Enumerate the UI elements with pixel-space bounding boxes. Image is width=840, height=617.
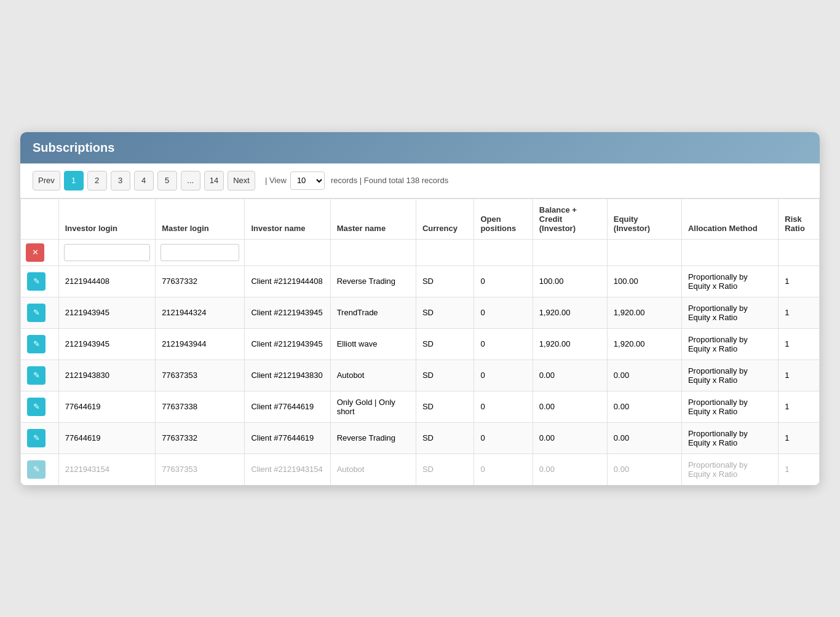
open-positions-2: 0 [474,328,533,360]
master-login-0: 77637332 [156,265,245,297]
equity-2: 1,920.00 [607,328,681,360]
col-master-name: Master name [330,198,416,239]
master-name-1: TrendTrade [330,297,416,328]
filter-master-login[interactable] [160,244,239,261]
table-row: ✎ 2121943945 2121943944 Client #21219439… [21,328,820,360]
investor-name-6: Client #2121943154 [245,454,330,485]
currency-0: SD [416,265,474,297]
investor-login-1: 2121943945 [58,297,155,328]
currency-1: SD [416,297,474,328]
open-positions-4: 0 [474,391,533,422]
clear-filter-button[interactable]: ✕ [26,243,44,262]
allocation-method-4: Proportionally by Equity x Ratio [681,391,778,422]
col-equity: Equity (Investor) [607,198,681,239]
master-login-2: 2121943944 [156,328,245,360]
view-select[interactable]: 10 25 50 100 [290,171,325,190]
master-name-6: Autobot [330,454,416,485]
balance-credit-1: 1,920.00 [533,297,607,328]
investor-login-2: 2121943945 [58,328,155,360]
table-row: ✎ 2121943945 2121944324 Client #21219439… [21,297,820,328]
edit-button-3[interactable]: ✎ [27,366,46,385]
col-investor-login: Investor login [58,198,155,239]
page-2-button[interactable]: 2 [87,171,107,191]
master-name-0: Reverse Trading [330,265,416,297]
allocation-method-1: Proportionally by Equity x Ratio [681,297,778,328]
table-row: ✎ 2121944408 77637332 Client #2121944408… [21,265,820,297]
equity-1: 1,920.00 [607,297,681,328]
page-3-button[interactable]: 3 [111,171,130,191]
master-name-5: Reverse Trading [330,422,416,454]
investor-name-2: Client #2121943945 [245,328,330,360]
allocation-method-6: Proportionally by Equity x Ratio [681,454,778,485]
investor-name-5: Client #77644619 [245,422,330,454]
col-open-positions: Open positions [474,198,533,239]
table-row: ✎ 2121943830 77637353 Client #2121943830… [21,360,820,391]
open-positions-5: 0 [474,422,533,454]
page-title: Subscriptions [33,141,114,154]
table-container: Investor login Master login Investor nam… [20,198,820,485]
col-risk-ratio: Risk Ratio [779,198,820,239]
balance-credit-6: 0.00 [533,454,607,485]
master-login-1: 2121944324 [156,297,245,328]
edit-button-4[interactable]: ✎ [27,398,46,416]
table-row: ✎ 77644619 77637338 Client #77644619 Onl… [21,391,820,422]
balance-credit-2: 1,920.00 [533,328,607,360]
investor-login-5: 77644619 [58,422,155,454]
equity-4: 0.00 [607,391,681,422]
risk-ratio-5: 1 [779,422,820,454]
filter-investor-login[interactable] [64,244,150,261]
next-button[interactable]: Next [228,171,255,191]
table-row: ✎ 77644619 77637332 Client #77644619 Rev… [21,422,820,454]
risk-ratio-1: 1 [779,297,820,328]
master-name-2: Elliott wave [330,328,416,360]
allocation-method-3: Proportionally by Equity x Ratio [681,360,778,391]
balance-credit-4: 0.00 [533,391,607,422]
balance-credit-5: 0.00 [533,422,607,454]
subscriptions-table: Investor login Master login Investor nam… [20,198,820,485]
col-action [21,198,59,239]
currency-2: SD [416,328,474,360]
col-investor-name: Investor name [245,198,330,239]
col-balance-credit: Balance + Credit (Investor) [533,198,607,239]
allocation-method-2: Proportionally by Equity x Ratio [681,328,778,360]
currency-5: SD [416,422,474,454]
allocation-method-5: Proportionally by Equity x Ratio [681,422,778,454]
currency-6: SD [416,454,474,485]
page-4-button[interactable]: 4 [134,171,154,191]
investor-login-6: 2121943154 [58,454,155,485]
prev-button[interactable]: Prev [33,171,60,191]
risk-ratio-2: 1 [779,328,820,360]
col-currency: Currency [416,198,474,239]
risk-ratio-6: 1 [779,454,820,485]
page-5-button[interactable]: 5 [157,171,177,191]
main-window: Subscriptions Prev 1 2 3 4 5 ... 14 Next… [20,132,820,485]
investor-name-3: Client #2121943830 [245,360,330,391]
page-1-button[interactable]: 1 [64,171,84,191]
col-allocation-method: Allocation Method [681,198,778,239]
open-positions-1: 0 [474,297,533,328]
edit-button-0[interactable]: ✎ [27,272,46,291]
page-ellipsis-button[interactable]: ... [181,171,200,191]
investor-login-0: 2121944408 [58,265,155,297]
title-bar: Subscriptions [20,132,820,163]
open-positions-3: 0 [474,360,533,391]
table-row: ✎ 2121943154 77637353 Client #2121943154… [21,454,820,485]
master-login-3: 77637353 [156,360,245,391]
master-login-4: 77637338 [156,391,245,422]
investor-name-1: Client #2121943945 [245,297,330,328]
page-14-button[interactable]: 14 [204,171,224,191]
balance-credit-3: 0.00 [533,360,607,391]
master-login-5: 77637332 [156,422,245,454]
edit-button-1[interactable]: ✎ [27,304,46,322]
open-positions-0: 0 [474,265,533,297]
edit-button-6[interactable]: ✎ [27,460,46,479]
investor-login-4: 77644619 [58,391,155,422]
open-positions-6: 0 [474,454,533,485]
edit-button-5[interactable]: ✎ [27,429,46,447]
investor-name-0: Client #2121944408 [245,265,330,297]
equity-3: 0.00 [607,360,681,391]
balance-credit-0: 100.00 [533,265,607,297]
edit-button-2[interactable]: ✎ [27,335,46,353]
master-name-3: Autobot [330,360,416,391]
records-info: records | Found total 138 records [331,176,448,185]
